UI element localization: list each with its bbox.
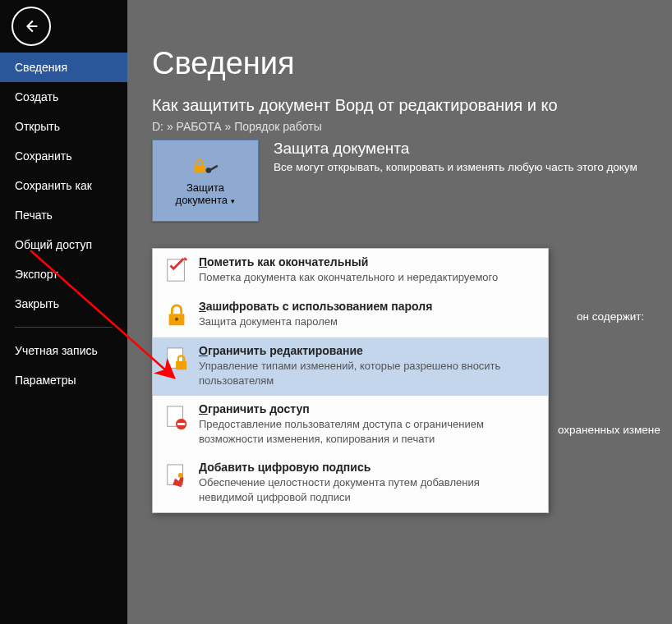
protect-document-button[interactable]: Защита документа ▾ bbox=[152, 140, 259, 222]
menu-item-restrict-access[interactable]: Ограничить доступ Предоставление пользов… bbox=[153, 396, 548, 454]
nav-label: Экспорт bbox=[15, 268, 58, 281]
document-title: Как защитить документ Ворд от редактиров… bbox=[152, 96, 672, 115]
nav-label: Закрыть bbox=[15, 297, 59, 310]
protect-document-text: Защита документа Все могут открывать, ко… bbox=[274, 140, 637, 173]
svg-rect-3 bbox=[168, 259, 185, 281]
digital-signature-icon bbox=[164, 462, 189, 490]
nav-label: Сохранить как bbox=[15, 179, 92, 192]
protect-btn-line2: документа bbox=[176, 194, 228, 206]
svg-rect-10 bbox=[177, 423, 185, 425]
nav-label: Открыть bbox=[15, 120, 60, 133]
menu-item-encrypt-password[interactable]: Зашифровать с использованием пароля Защи… bbox=[153, 293, 548, 337]
nav-item-saveas[interactable]: Сохранить как bbox=[0, 171, 127, 200]
back-button[interactable] bbox=[12, 7, 51, 46]
nav-label: Параметры bbox=[15, 374, 76, 387]
dd-title-accel: О bbox=[199, 344, 208, 357]
menu-item-digital-signature[interactable]: Добавить цифровую подпись Обеспечение це… bbox=[153, 454, 548, 512]
dd-desc: Управление типами изменений, которые раз… bbox=[199, 359, 536, 388]
nav-item-open[interactable]: Открыть bbox=[0, 112, 127, 141]
nav-item-close[interactable]: Закрыть bbox=[0, 289, 127, 319]
page-title: Сведения bbox=[152, 0, 672, 96]
protect-heading: Защита документа bbox=[274, 140, 637, 158]
dd-title-rest: граничить доступ bbox=[208, 402, 310, 415]
protect-btn-line1: Защита bbox=[186, 181, 224, 194]
nav-item-options[interactable]: Параметры bbox=[0, 365, 127, 395]
dd-title-rest: обавить цифровую подпись bbox=[207, 461, 371, 474]
dd-desc: Обеспечение целостности документа путем … bbox=[199, 475, 536, 504]
dd-title-rest: ашифровать с использованием пароля bbox=[206, 300, 433, 313]
nav-label: Печать bbox=[15, 209, 53, 222]
backstage-main: Сведения Как защитить документ Ворд от р… bbox=[127, 0, 672, 624]
nav-label: Учетная запись bbox=[15, 344, 98, 357]
dd-title-rest: граничить редактирование bbox=[208, 344, 363, 357]
inspect-fragment: он содержит: bbox=[577, 310, 644, 323]
nav-label: Сохранить bbox=[15, 149, 72, 163]
back-arrow-icon bbox=[22, 17, 40, 35]
nav-item-new[interactable]: Создать bbox=[0, 82, 127, 112]
nav-item-save[interactable]: Сохранить bbox=[0, 141, 127, 171]
svg-point-12 bbox=[178, 473, 183, 478]
chevron-down-icon: ▾ bbox=[229, 197, 236, 205]
backstage-sidebar: Сведения Создать Открыть Сохранить Сохра… bbox=[0, 0, 127, 624]
svg-rect-2 bbox=[210, 165, 219, 171]
dd-title-rest: ометить как окончательный bbox=[207, 255, 368, 268]
svg-rect-7 bbox=[176, 361, 186, 369]
nav-item-export[interactable]: Экспорт bbox=[0, 259, 127, 289]
protect-document-section: Защита документа ▾ Защита документа Все … bbox=[152, 140, 672, 222]
dd-title-accel: О bbox=[199, 402, 208, 415]
svg-point-1 bbox=[206, 167, 212, 173]
restrict-access-icon bbox=[164, 404, 189, 432]
nav-item-print[interactable]: Печать bbox=[0, 200, 127, 230]
nav-item-share[interactable]: Общий доступ bbox=[0, 230, 127, 259]
mark-final-icon bbox=[164, 257, 189, 285]
versions-fragment: охраненных измене bbox=[558, 424, 660, 436]
nav-separator bbox=[15, 327, 113, 328]
key-icon bbox=[204, 160, 220, 177]
dd-title-accel: П bbox=[199, 255, 207, 268]
nav-item-account[interactable]: Учетная запись bbox=[0, 336, 127, 365]
nav-label: Сведения bbox=[15, 61, 67, 74]
breadcrumb: D: » РАБОТА » Порядок работы bbox=[152, 120, 672, 133]
protect-document-menu: Пометить как окончательный Пометка докум… bbox=[152, 248, 549, 513]
dd-title-accel: Д bbox=[199, 461, 207, 474]
nav-item-info[interactable]: Сведения bbox=[0, 53, 127, 82]
menu-item-restrict-editing[interactable]: Ограничить редактирование Управление тип… bbox=[153, 337, 548, 396]
encrypt-password-icon bbox=[164, 301, 189, 329]
dd-title-accel: З bbox=[199, 300, 206, 313]
nav-label: Общий доступ bbox=[15, 238, 92, 251]
menu-item-mark-final[interactable]: Пометить как окончательный Пометка докум… bbox=[153, 249, 548, 293]
protect-description: Все могут открывать, копировать и изменя… bbox=[274, 161, 637, 173]
dd-desc: Защита документа паролем bbox=[199, 314, 536, 329]
dd-desc: Пометка документа как окончательного и н… bbox=[199, 270, 536, 285]
restrict-editing-icon bbox=[164, 346, 189, 374]
svg-point-5 bbox=[175, 318, 178, 321]
nav-label: Создать bbox=[15, 90, 58, 103]
dd-desc: Предоставление пользователям доступа с о… bbox=[199, 417, 536, 446]
